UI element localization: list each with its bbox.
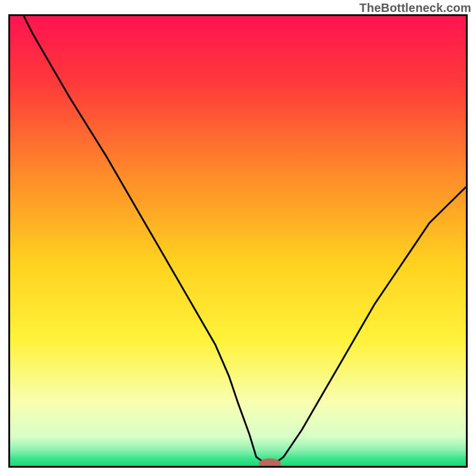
- chart-svg: [10, 16, 466, 466]
- chart-container: TheBottleneck.com: [0, 0, 476, 476]
- attribution-label: TheBottleneck.com: [359, 1, 471, 15]
- gradient-background: [10, 16, 466, 466]
- plot-area: [8, 14, 468, 468]
